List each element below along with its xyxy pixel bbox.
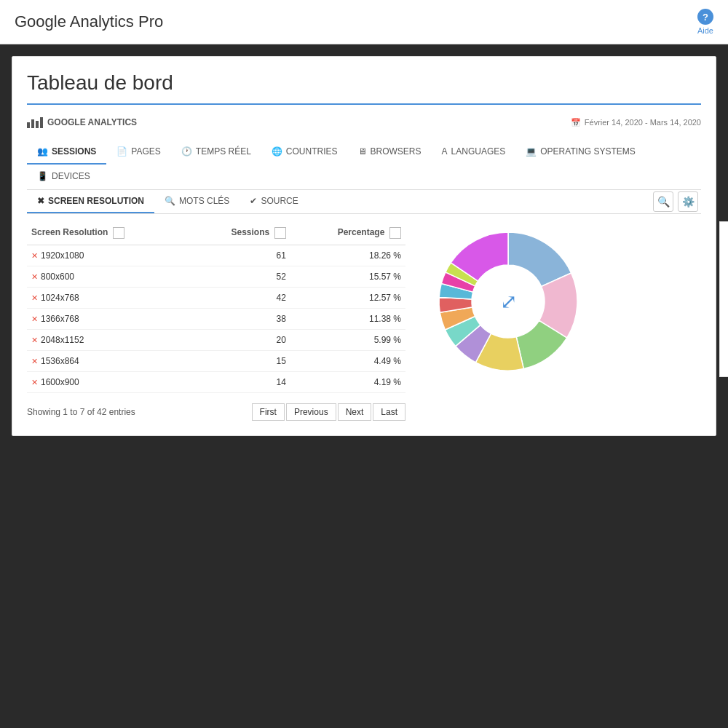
first-button[interactable]: First	[252, 403, 285, 421]
cell-sessions: 38	[189, 309, 290, 330]
settings-button[interactable]: ⚙️	[678, 191, 698, 212]
tab-operating-systems[interactable]: 💻OPERATING SYSTEMS	[515, 140, 645, 165]
tab2-screen-resolution[interactable]: ✖ SCREEN RESOLUTION	[27, 190, 154, 213]
cell-sessions: 42	[189, 288, 290, 309]
toolbar-icons: 🔍 ⚙️	[653, 191, 701, 212]
tab-label-sessions: SESSIONS	[52, 146, 96, 157]
page-title: Google Analytics Pro	[15, 12, 163, 31]
sessions-checkbox[interactable]	[274, 227, 286, 239]
tab-pages[interactable]: 📄PAGES	[106, 140, 170, 165]
chart-area: ⤢ 1920x1080800x6001024x7681366x7682048x1…	[417, 221, 701, 421]
tab-browsers[interactable]: 🖥BROWSERS	[348, 140, 432, 165]
remove-icon[interactable]: ✕	[31, 272, 38, 281]
tab2-mots-cles[interactable]: 🔍 MOTS CLÉS	[154, 190, 240, 213]
tab-label-browsers: BROWSERS	[371, 146, 422, 157]
tab2-source[interactable]: ✔ SOURCE	[240, 190, 308, 213]
tab-icon-temps-reel: 🕐	[181, 146, 192, 157]
tab2-icon-mots-cles: 🔍	[165, 196, 175, 206]
dashboard-title: Tableau de bord	[27, 71, 701, 105]
table-row: ✕800x600 52 15.57 %	[27, 266, 405, 288]
cell-sessions: 61	[189, 245, 290, 266]
tab-devices[interactable]: 📱DEVICES	[27, 165, 100, 189]
tab-icon-languages: A	[442, 146, 448, 157]
cell-percentage: 18.26 %	[290, 245, 405, 266]
tab-label-pages: PAGES	[131, 146, 160, 157]
remove-icon[interactable]: ✕	[31, 378, 38, 387]
last-button[interactable]: Last	[373, 403, 405, 421]
resolution-table: Screen Resolution Sessions Percentage ✕1…	[27, 221, 405, 393]
tab-icon-sessions: 👥	[37, 146, 48, 157]
date-range-text: Février 14, 2020 - Mars 14, 2020	[585, 118, 701, 127]
tabs-row-1: 👥SESSIONS📄PAGES🕐TEMPS RÉEL🌐COUNTRIES🖥BRO…	[27, 140, 701, 190]
remove-icon[interactable]: ✕	[31, 251, 38, 260]
chart-container: ⤢ 1920x1080800x6001024x7681366x7682048x1…	[428, 221, 690, 381]
cell-percentage: 4.49 %	[290, 351, 405, 372]
analytics-label: GOOGLE ANALYTICS	[47, 117, 137, 127]
tabs-row-2-left: ✖ SCREEN RESOLUTION🔍 MOTS CLÉS✔ SOURCE	[27, 190, 309, 213]
cell-resolution: ✕1366x768	[27, 309, 189, 330]
cell-percentage: 11.38 %	[290, 309, 405, 330]
table-row: ✕1366x768 38 11.38 %	[27, 309, 405, 330]
cell-resolution: ✕1600x900	[27, 372, 189, 393]
tab-label-temps-reel: TEMPS RÉEL	[196, 146, 251, 157]
table-area: Screen Resolution Sessions Percentage ✕1…	[27, 221, 405, 421]
cell-percentage: 15.57 %	[290, 266, 405, 288]
tab-icon-countries: 🌐	[272, 146, 282, 157]
table-row: ✕1024x768 42 12.57 %	[27, 288, 405, 309]
analytics-header: GOOGLE ANALYTICS 📅 Février 14, 2020 - Ma…	[27, 116, 701, 128]
tab-icon-browsers: 🖥	[358, 146, 367, 157]
pagination-buttons: First Previous Next Last	[252, 403, 405, 421]
cell-resolution: ✕800x600	[27, 266, 189, 288]
cell-percentage: 4.19 %	[290, 372, 405, 393]
tab-sessions[interactable]: 👥SESSIONS	[27, 140, 106, 165]
pagination-area: Showing 1 to 7 of 42 entries First Previ…	[27, 403, 405, 421]
calendar-icon: 📅	[571, 118, 581, 127]
remove-icon[interactable]: ✕	[31, 293, 38, 302]
tab2-icon-screen-resolution: ✖	[37, 196, 44, 206]
analytics-logo: GOOGLE ANALYTICS	[27, 116, 137, 128]
tab2-label-mots-cles: MOTS CLÉS	[179, 196, 229, 206]
tab-languages[interactable]: ALANGUAGES	[432, 140, 516, 165]
chart-legend: 1920x1080800x6001024x7681366x7682048x115…	[719, 221, 728, 377]
tab-label-operating-systems: OPERATING SYSTEMS	[540, 146, 635, 157]
cell-sessions: 20	[189, 330, 290, 351]
search-button[interactable]: 🔍	[653, 191, 673, 212]
table-row: ✕2048x1152 20 5.99 %	[27, 330, 405, 351]
cell-sessions: 14	[189, 372, 290, 393]
tab-temps-reel[interactable]: 🕐TEMPS RÉEL	[171, 140, 261, 165]
cell-sessions: 52	[189, 266, 290, 288]
content-area: Screen Resolution Sessions Percentage ✕1…	[27, 221, 701, 421]
col-sessions: Sessions	[189, 221, 290, 245]
cell-resolution: ✕1536x864	[27, 351, 189, 372]
cell-percentage: 12.57 %	[290, 288, 405, 309]
tab-countries[interactable]: 🌐COUNTRIES	[261, 140, 348, 165]
tab2-icon-source: ✔	[250, 196, 257, 206]
col-percentage: Percentage	[290, 221, 405, 245]
remove-icon[interactable]: ✕	[31, 314, 38, 323]
next-button[interactable]: Next	[338, 403, 372, 421]
help-label: Aide	[697, 26, 713, 35]
cell-resolution: ✕1024x768	[27, 288, 189, 309]
previous-button[interactable]: Previous	[286, 403, 336, 421]
tab-icon-pages: 📄	[116, 146, 127, 157]
remove-icon[interactable]: ✕	[31, 336, 38, 344]
cell-percentage: 5.99 %	[290, 330, 405, 351]
remove-icon[interactable]: ✕	[31, 357, 38, 365]
tab2-label-source: SOURCE	[261, 196, 298, 206]
expand-icon: ⤢	[500, 290, 517, 314]
select-all-checkbox[interactable]	[113, 227, 124, 239]
donut-chart[interactable]: ⤢	[428, 221, 588, 381]
percentage-checkbox[interactable]	[389, 227, 401, 239]
tab-label-countries: COUNTRIES	[286, 146, 338, 157]
bar-chart-icon	[27, 116, 43, 128]
tab2-label-screen-resolution: SCREEN RESOLUTION	[48, 196, 144, 206]
cell-resolution: ✕2048x1152	[27, 330, 189, 351]
main-container: Tableau de bord GOOGLE ANALYTICS 📅 Févri…	[12, 56, 716, 436]
tab-label-languages: LANGUAGES	[451, 146, 506, 157]
tab-icon-devices: 📱	[37, 171, 48, 181]
tabs-row-2: ✖ SCREEN RESOLUTION🔍 MOTS CLÉS✔ SOURCE 🔍…	[27, 190, 701, 214]
tab-icon-operating-systems: 💻	[526, 146, 537, 157]
page-header: Google Analytics Pro ? Aide	[0, 0, 728, 44]
table-row: ✕1920x1080 61 18.26 %	[27, 245, 405, 266]
help-button[interactable]: ? Aide	[697, 9, 713, 35]
